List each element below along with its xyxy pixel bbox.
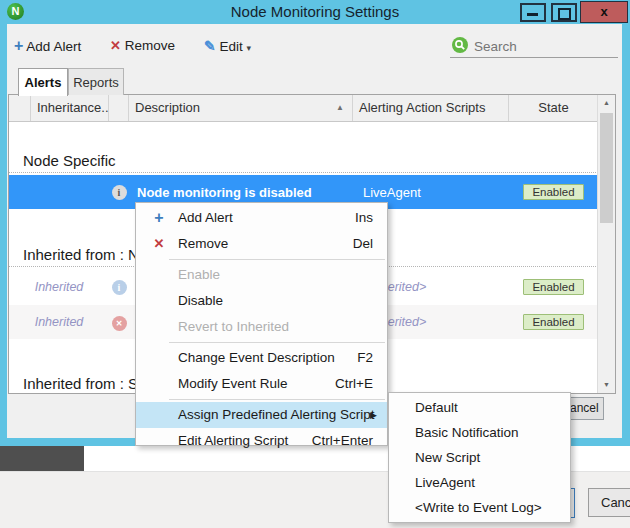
status-badge: Enabled	[523, 314, 583, 330]
add-icon: +	[14, 37, 23, 54]
titlebar: N Node Monitoring Settings x	[0, 0, 630, 24]
menu-item-label: Enable	[178, 262, 220, 288]
menu-item-label: Modify Event Rule	[178, 371, 288, 397]
menu-item-shortcut: Ctrl+E	[335, 371, 373, 397]
close-button[interactable]: x	[580, 1, 628, 23]
minimize-icon	[527, 13, 538, 16]
menu-item-change-event-description[interactable]: Change Event Description F2	[136, 345, 387, 371]
submenu-arrow-icon: ▶	[370, 402, 377, 428]
column-header-label: Description	[135, 100, 200, 115]
menu-separator	[169, 342, 385, 343]
context-menu: + Add Alert Ins ✕ Remove Del Enable Disa…	[135, 202, 388, 446]
remove-button[interactable]: ✕ Remove	[110, 36, 175, 56]
info-icon: i	[112, 185, 127, 200]
submenu-item-write-to-event-log[interactable]: <Write to Event Log>	[389, 495, 570, 520]
tab-alerts[interactable]: Alerts	[18, 68, 68, 96]
menu-item-label: Add Alert	[178, 205, 233, 231]
submenu-item-new-script[interactable]: New Script	[389, 445, 570, 470]
menu-separator	[169, 259, 385, 260]
state-cell: Enabled	[509, 184, 598, 200]
screen: Cancel N Node Monitoring Settings x + Ad…	[0, 0, 630, 528]
add-alert-button[interactable]: + Add Alert	[14, 36, 81, 56]
remove-icon: ✕	[110, 38, 121, 53]
remove-icon: ✕	[149, 231, 169, 257]
alerting-script-submenu: Default Basic Notification New Script Li…	[388, 392, 571, 523]
menu-item-label: Assign Predefined Alerting Script	[178, 402, 375, 428]
state-cell: Enabled	[509, 314, 598, 330]
menu-item-revert-to-inherited: Revert to Inherited	[136, 314, 387, 340]
icon-cell: i	[109, 279, 129, 295]
maximize-button[interactable]	[551, 3, 577, 22]
info-icon: i	[112, 280, 127, 295]
scroll-down-icon[interactable]: ▼	[598, 377, 615, 393]
menu-item-shortcut: F2	[357, 345, 373, 371]
remove-label: Remove	[125, 38, 175, 53]
column-header-blank[interactable]	[9, 95, 31, 121]
column-header-scripts[interactable]: Alerting Action Scripts	[353, 95, 509, 121]
description-cell: Node monitoring is disabled	[129, 185, 353, 200]
table-header: Inheritance... Description ▲ Alerting Ac…	[9, 95, 598, 122]
sort-asc-icon: ▲	[336, 95, 344, 120]
column-header-description[interactable]: Description ▲	[129, 95, 353, 121]
submenu-item-liveagent[interactable]: LiveAgent	[389, 470, 570, 495]
add-alert-label: Add Alert	[26, 39, 81, 54]
group-header-node-specific: Node Specific	[9, 141, 598, 173]
menu-item-enable: Enable	[136, 262, 387, 288]
dialog-border-left	[0, 24, 7, 446]
vertical-scrollbar[interactable]: ▲ ▼	[597, 95, 615, 393]
menu-item-label: Edit Alerting Script	[178, 428, 288, 454]
menu-item-label: Remove	[178, 231, 228, 257]
scrollbar-thumb[interactable]	[600, 113, 613, 223]
menu-item-disable[interactable]: Disable	[136, 288, 387, 314]
inheritance-cell: Inherited	[9, 280, 109, 294]
menu-item-edit-alerting-script[interactable]: Edit Alerting Script Ctrl+Enter	[136, 428, 387, 454]
search-field[interactable]	[450, 34, 618, 58]
add-icon: +	[149, 205, 169, 231]
status-badge: Enabled	[523, 279, 583, 295]
menu-item-add-alert[interactable]: + Add Alert Ins	[136, 205, 387, 231]
status-badge: Enabled	[523, 184, 583, 200]
search-icon	[452, 37, 468, 53]
menu-item-shortcut: Del	[353, 231, 373, 257]
menu-item-label: Change Event Description	[178, 345, 335, 371]
menu-item-shortcut: Ctrl+Enter	[312, 428, 373, 454]
menu-item-assign-predefined-alerting-script[interactable]: Assign Predefined Alerting Script ▶	[136, 402, 387, 428]
script-cell: LiveAgent	[353, 185, 509, 200]
state-cell: Enabled	[509, 279, 598, 295]
submenu-item-default[interactable]: Default	[389, 395, 570, 420]
tab-reports[interactable]: Reports	[68, 68, 124, 95]
menu-separator	[169, 399, 385, 400]
submenu-item-basic-notification[interactable]: Basic Notification	[389, 420, 570, 445]
dialog-border-right	[622, 24, 630, 446]
menu-item-label: Disable	[178, 288, 223, 314]
column-header-state[interactable]: State	[509, 95, 598, 121]
menu-item-label: Revert to Inherited	[178, 314, 289, 340]
minimize-button[interactable]	[520, 3, 546, 22]
close-icon: x	[600, 4, 607, 19]
edit-label: Edit	[220, 39, 243, 54]
edit-dropdown-button[interactable]: ✎ Edit ▾	[204, 36, 251, 56]
menu-item-remove[interactable]: ✕ Remove Del	[136, 231, 387, 257]
icon-cell: i	[109, 184, 129, 200]
search-input[interactable]	[472, 35, 616, 57]
column-header-inheritance[interactable]: Inheritance...	[31, 95, 109, 121]
error-icon: ✕	[112, 316, 127, 331]
icon-cell: ✕	[109, 314, 129, 331]
inheritance-cell: Inherited	[9, 315, 109, 329]
chevron-down-icon: ▾	[247, 43, 252, 53]
maximize-icon	[558, 8, 571, 20]
menu-item-modify-event-rule[interactable]: Modify Event Rule Ctrl+E	[136, 371, 387, 397]
scroll-up-icon[interactable]: ▲	[598, 95, 615, 111]
background-cancel-button[interactable]: Cancel	[588, 488, 630, 517]
menu-item-shortcut: Ins	[355, 205, 373, 231]
background-dark-panel	[0, 446, 84, 471]
edit-pencil-icon: ✎	[204, 38, 216, 54]
column-header-icon[interactable]	[109, 95, 129, 121]
